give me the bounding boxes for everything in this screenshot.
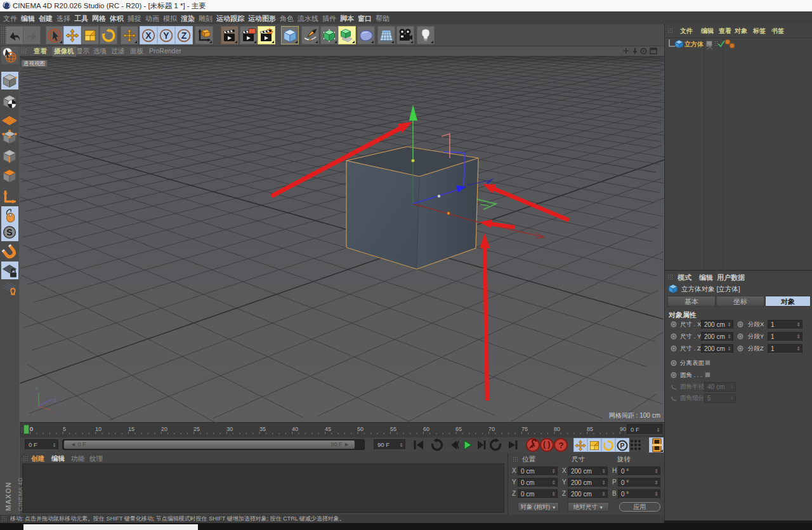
svg-text:网格间距 : 100 cm: 网格间距 : 100 cm — [609, 412, 660, 419]
svg-text:Z: Z — [181, 30, 187, 41]
svg-text:Y: Y — [35, 386, 39, 392]
svg-text:P: P — [620, 442, 625, 449]
svg-text:Z: Z — [53, 398, 56, 402]
svg-text:X: X — [145, 30, 152, 41]
svg-text:Y: Y — [163, 30, 169, 41]
svg-text:X: X — [51, 410, 54, 414]
svg-text:S: S — [6, 227, 12, 237]
